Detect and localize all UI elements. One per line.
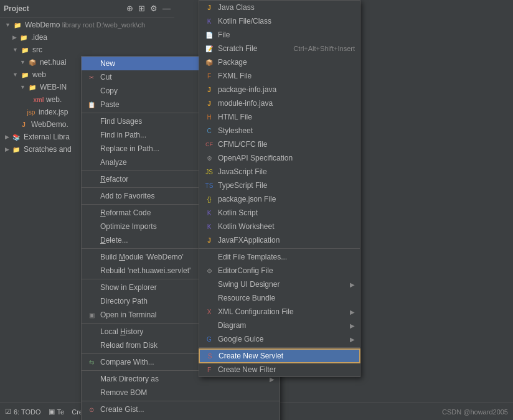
submenu-editorconfig[interactable]: ⚙ EditorConfig File xyxy=(199,264,360,278)
ts-icon: TS xyxy=(204,180,214,190)
arrow-scratches: ▶ xyxy=(5,146,9,152)
arrow-webdemo: ▼ xyxy=(5,22,11,28)
submenu-cfml[interactable]: CF CFML/CFC file xyxy=(199,138,360,151)
submenu-package[interactable]: 📦 Package xyxy=(199,55,360,69)
sep10 xyxy=(82,401,280,401)
dir-path-icon xyxy=(87,296,96,306)
settings-icon[interactable]: ⚙ xyxy=(150,4,158,13)
submenu-google-guice[interactable]: G Google Guice ▶ xyxy=(199,332,360,346)
remove-bom-label: Remove BOM xyxy=(100,388,147,397)
package-label: Package xyxy=(218,58,247,67)
submenu-fxml[interactable]: F FXML File xyxy=(199,69,360,83)
submenu-edit-templates[interactable]: Edit File Templates... xyxy=(199,250,360,264)
google-guice-label: Google Guice xyxy=(218,335,263,343)
git-icon: ⊙ xyxy=(87,404,96,414)
create-gist-label: Create Gist... xyxy=(100,405,144,414)
arrow-src: ▼ xyxy=(12,47,18,53)
kotlin-script-icon: K xyxy=(204,208,214,218)
menu-item-create-gist[interactable]: ⊙ Create Gist... xyxy=(82,403,280,416)
submenu-file[interactable]: 📄 File xyxy=(199,28,360,42)
tree-item-webdemo[interactable]: ▼ 📁 WebDemo library root D:\web_work\ch xyxy=(0,19,174,31)
submenu-openapi[interactable]: ⚙ OpenAPI Specification xyxy=(199,151,360,165)
swing-label: Swing UI Designer xyxy=(218,280,280,289)
swing-icon xyxy=(204,279,214,289)
delete-label: Delete... xyxy=(100,236,128,245)
xml-config-arrow: ▶ xyxy=(350,309,355,315)
label-webdemo: WebDemo library root D:\web_work\ch xyxy=(25,21,145,29)
submenu-scratch-file[interactable]: 📝 Scratch File Ctrl+Alt+Shift+Insert xyxy=(199,42,360,55)
terminal-tab-icon: ▣ xyxy=(49,408,55,416)
xml-config-icon: X xyxy=(204,307,214,317)
submenu-xml-config[interactable]: X XML Configuration File ▶ xyxy=(199,305,360,319)
reload-icon xyxy=(87,340,96,350)
submenu-module-info[interactable]: J module-info.java xyxy=(199,96,360,110)
submenu-kotlin-worksheet[interactable]: K Kotlin Worksheet xyxy=(199,220,360,233)
openapi-label: OpenAPI Specification xyxy=(218,154,293,162)
favorites-icon xyxy=(87,191,96,201)
module-info-label: module-info.java xyxy=(218,99,273,108)
submenu-create-filter[interactable]: F Create New Filter xyxy=(199,363,360,376)
resource-label: Resource Bundle xyxy=(218,294,275,302)
refactor-label: Refactor xyxy=(100,175,128,184)
todo-tab[interactable]: ☑ 6: TODO xyxy=(5,408,41,416)
servlet-icon: S xyxy=(205,351,215,361)
submenu-java-class[interactable]: J Java Class xyxy=(199,1,360,14)
submenu-ts[interactable]: TS TypeScript File xyxy=(199,179,360,192)
submenu-package-json[interactable]: {} package.json File xyxy=(199,192,360,206)
reformat-label: Reformat Code xyxy=(100,208,151,217)
history-icon xyxy=(87,327,96,337)
find-path-label: Find in Path... xyxy=(100,131,146,139)
label-indexjsp: index.jsp xyxy=(39,108,68,116)
refactor-icon xyxy=(87,174,96,184)
layout-icon[interactable]: ⊞ xyxy=(138,4,145,13)
paste-label: Paste xyxy=(100,100,120,109)
scratch-shortcut: Ctrl+Alt+Shift+Insert xyxy=(293,45,355,52)
submenu-diagram[interactable]: Diagram ▶ xyxy=(199,319,360,332)
submenu-create-servlet[interactable]: S Create New Servlet xyxy=(199,349,360,363)
copy-icon xyxy=(87,86,96,96)
tree-item-idea[interactable]: ▶ 📁 .idea xyxy=(0,31,174,44)
minimize-icon[interactable]: — xyxy=(162,4,171,13)
label-idea: .idea xyxy=(31,33,47,42)
mark-dir-icon xyxy=(87,374,96,384)
submenu-resource-bundle[interactable]: Resource Bundle xyxy=(199,291,360,305)
editorconfig-label: EditorConfig File xyxy=(218,266,273,275)
terminal-tab[interactable]: ▣ Te xyxy=(49,408,65,416)
submenu-stylesheet[interactable]: C Stylesheet xyxy=(199,124,360,138)
javafx-label: JavaFXApplication xyxy=(218,236,280,245)
java-icon-webdemo: J xyxy=(19,119,29,129)
find-path-icon xyxy=(87,130,96,140)
cfml-label: CFML/CFC file xyxy=(218,140,267,149)
replace-path-icon xyxy=(87,144,96,154)
edit-templates-label: Edit File Templates... xyxy=(218,253,287,261)
local-history-label: Local History xyxy=(100,327,143,336)
jsp-icon: jsp xyxy=(26,107,36,117)
replace-path-label: Replace in Path... xyxy=(100,144,159,153)
delete-icon xyxy=(87,235,96,245)
label-extlibs: External Libra xyxy=(24,133,70,141)
submenu-kotlin-script[interactable]: K Kotlin Script xyxy=(199,206,360,220)
menu-item-remove-bom[interactable]: Remove BOM xyxy=(82,386,280,399)
submenu-kotlin-file[interactable]: K Kotlin File/Class xyxy=(199,14,360,28)
diagram-icon xyxy=(204,320,214,330)
submenu-javafx[interactable]: J JavaFXApplication xyxy=(199,233,360,247)
add-content-icon[interactable]: ⊕ xyxy=(126,4,133,13)
submenu-html[interactable]: H HTML File xyxy=(199,110,360,124)
analyze-label: Analyze xyxy=(100,158,127,167)
package-icon: 📦 xyxy=(27,57,37,67)
copy-label: Copy xyxy=(100,86,118,95)
menu-item-diagrams[interactable]: ⧉ Diagrams ▶ xyxy=(82,416,280,420)
css-icon: C xyxy=(204,126,214,136)
label-scratches: Scratches and xyxy=(24,145,72,154)
submenu-js[interactable]: JS JavaScript File xyxy=(199,165,360,179)
diagram-arrow: ▶ xyxy=(350,322,355,329)
stylesheet-label: Stylesheet xyxy=(218,126,253,135)
submenu-package-info[interactable]: J package-info.java xyxy=(199,83,360,96)
google-icon: G xyxy=(204,334,214,344)
reformat-icon xyxy=(87,208,96,218)
paste-icon: 📋 xyxy=(87,100,96,110)
mark-dir-label: Mark Directory as xyxy=(100,375,159,383)
rebuild-label: Rebuild 'net.huawei.servlet' xyxy=(100,266,191,275)
tree-item-src[interactable]: ▼ 📁 src xyxy=(0,44,174,56)
submenu-swing-ui[interactable]: Swing UI Designer ▶ xyxy=(199,278,360,291)
